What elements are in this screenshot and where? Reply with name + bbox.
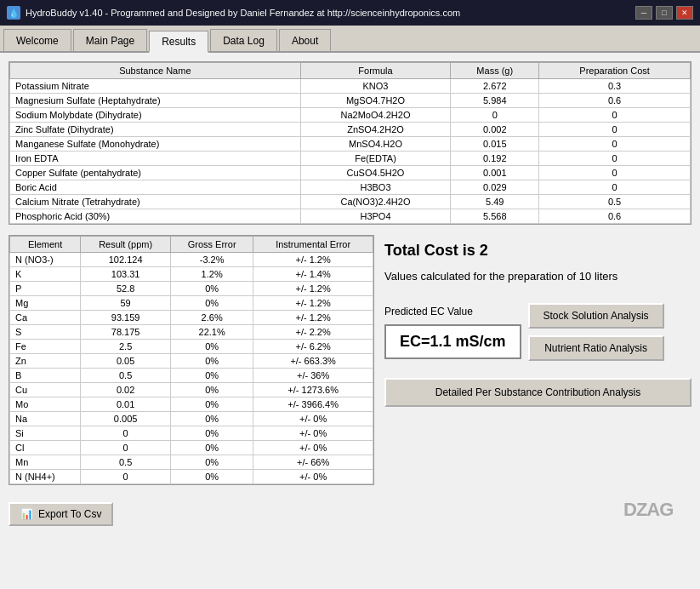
col-mass: Mass (g) [451,63,539,79]
table-row: Na0.0050%+/- 0% [10,412,373,426]
table-cell: N (NO3-) [10,253,81,267]
table-row: Magnesium Sulfate (Heptahydrate)MgSO4.7H… [10,94,691,108]
table-row: Calcium Nitrate (Tetrahydrate)Ca(NO3)2.4… [10,195,691,209]
export-csv-button[interactable]: 📊 Export To Csv [9,502,113,526]
tab-results[interactable]: Results [149,31,208,53]
total-cost-label: Total Cost is 2 [384,242,691,260]
table-cell: 0 [81,441,171,455]
tab-data-log[interactable]: Data Log [210,29,277,51]
table-cell: +/- 0% [253,441,373,455]
table-cell: H3BO3 [300,180,451,195]
table-cell: Mg [10,296,81,311]
prep-text: Values calculated for the preparation of… [384,270,691,283]
table-cell: 59 [81,296,171,311]
table-cell: 0% [171,383,253,397]
bottom-section: Element Result (ppm) Gross Error Instrum… [9,235,691,485]
maximize-button[interactable]: □ [656,6,673,20]
table-cell: 0 [539,108,691,123]
main-content: Substance Name Formula Mass (g) Preparat… [0,53,700,589]
table-cell: 2.6% [171,311,253,325]
table-cell: B [10,369,81,383]
table-cell: 5.49 [451,195,539,209]
col-instrumental-error: Instrumental Error [253,237,373,253]
table-cell: +/- 1273.6% [253,383,373,397]
table-cell: 2.5 [81,340,171,354]
table-cell: 0 [539,137,691,152]
col-formula: Formula [300,63,451,79]
side-buttons: Stock Solution Analysis Nutrient Ratio A… [528,303,664,361]
table-cell: 22.1% [171,325,253,340]
table-cell: 0.05 [81,354,171,369]
table-cell: Zn [10,354,81,369]
table-cell: 0% [171,455,253,470]
nutrient-ratio-button[interactable]: Nutrient Ratio Analysis [528,335,664,361]
table-cell: 0 [81,426,171,441]
table-row: N (NH4+)00%+/- 0% [10,470,373,484]
table-row: Phosphoric Acid (30%)H3PO45.5680.6 [10,209,691,224]
table-cell: +/- 1.4% [253,267,373,282]
table-cell: 0.3 [539,79,691,94]
table-cell: Fe [10,340,81,354]
table-cell: +/- 6.2% [253,340,373,354]
table-cell: +/- 663.3% [253,354,373,369]
table-cell: 0.01 [81,397,171,412]
table-cell: H3PO4 [300,209,451,224]
detailed-analysis-button[interactable]: Detailed Per Substance Contribution Anal… [384,378,691,407]
table-cell: S [10,325,81,340]
predicted-ec-label: Predicted EC Value [384,306,521,317]
title-bar: 💧 HydroBuddy v1.40 - Programmed and Desi… [0,0,700,26]
table-cell: Zinc Sulfate (Dihydrate) [10,123,301,137]
table-row: Potassium NitrateKNO32.6720.3 [10,79,691,94]
table-cell: 0% [171,296,253,311]
table-cell: Fe(EDTA) [300,152,451,166]
table-cell: 0.029 [451,180,539,195]
table-cell: +/- 2.2% [253,325,373,340]
table-cell: CuSO4.5H2O [300,166,451,180]
close-button[interactable]: ✕ [676,6,693,20]
table-cell: 78.175 [81,325,171,340]
table-cell: Sodium Molybdate (Dihydrate) [10,108,301,123]
table-row: Manganese Sulfate (Monohydrate)MnSO4.H2O… [10,137,691,152]
table-cell: Potassium Nitrate [10,79,301,94]
table-cell: +/- 36% [253,369,373,383]
table-cell: K [10,267,81,282]
table-row: S78.17522.1%+/- 2.2% [10,325,373,340]
tab-welcome[interactable]: Welcome [3,29,71,51]
table-cell: +/- 1.2% [253,296,373,311]
window-controls[interactable]: ─ □ ✕ [635,6,693,20]
table-cell: 0% [171,369,253,383]
table-cell: 93.159 [81,311,171,325]
table-cell: 0.6 [539,94,691,108]
elements-table-wrapper: Element Result (ppm) Gross Error Instrum… [9,235,374,485]
minimize-button[interactable]: ─ [635,6,652,20]
table-cell: ZnSO4.2H2O [300,123,451,137]
table-cell: 0% [171,412,253,426]
table-row: Mg590%+/- 1.2% [10,296,373,311]
tab-about[interactable]: About [279,29,331,51]
right-panel: Total Cost is 2 Values calculated for th… [384,235,691,485]
table-cell: 1.2% [171,267,253,282]
elements-table: Element Result (ppm) Gross Error Instrum… [9,236,373,484]
export-icon: 📊 [20,508,33,520]
table-cell: Cu [10,383,81,397]
table-row: Ca93.1592.6%+/- 1.2% [10,311,373,325]
table-row: Iron EDTAFe(EDTA)0.1920 [10,152,691,166]
col-element: Element [10,237,81,253]
table-cell: 0% [171,354,253,369]
tab-main-page[interactable]: Main Page [73,29,147,51]
table-cell: 103.31 [81,267,171,282]
table-cell: 0.001 [451,166,539,180]
col-substance-name: Substance Name [10,63,301,79]
table-cell: +/- 0% [253,470,373,484]
table-row: Fe2.50%+/- 6.2% [10,340,373,354]
table-cell: 5.984 [451,94,539,108]
table-cell: 0.5 [81,455,171,470]
table-cell: Copper Sulfate (pentahydrate) [10,166,301,180]
table-cell: 0 [539,123,691,137]
table-cell: Na2MoO4.2H2O [300,108,451,123]
table-cell: 0% [171,340,253,354]
table-cell: Cl [10,441,81,455]
stock-solution-button[interactable]: Stock Solution Analysis [528,303,664,329]
svg-text:DZAG: DZAG [623,499,673,520]
table-cell: 0 [451,108,539,123]
